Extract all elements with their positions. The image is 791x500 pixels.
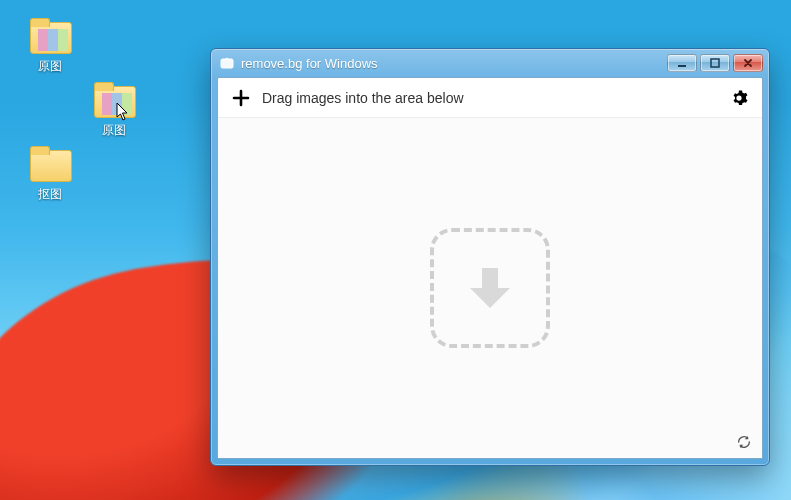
gear-icon — [730, 89, 748, 107]
app-icon — [219, 55, 235, 71]
window-title: remove.bg for Windows — [241, 56, 667, 71]
desktop-icon-label: 原图 — [88, 122, 140, 139]
toolbar-hint-text: Drag images into the area below — [262, 90, 728, 106]
desktop-icon-label: 原图 — [24, 58, 76, 75]
desktop-folder-原图-1[interactable]: 原图 — [24, 18, 76, 75]
folder-icon — [28, 18, 72, 54]
drop-zone[interactable] — [218, 118, 762, 458]
folder-icon — [28, 146, 72, 182]
toolbar: Drag images into the area below — [218, 78, 762, 118]
desktop: 原图 原图 抠图 remove.bg for Windows — [0, 0, 791, 500]
desktop-folder-原图-2[interactable]: 原图 — [88, 82, 140, 139]
refresh-button[interactable] — [734, 432, 754, 452]
svg-rect-0 — [221, 59, 233, 68]
desktop-icon-label: 抠图 — [24, 186, 76, 203]
window-controls — [667, 54, 763, 72]
plus-icon — [232, 89, 250, 107]
maximize-button[interactable] — [700, 54, 730, 72]
svg-rect-3 — [711, 59, 719, 67]
add-images-button[interactable] — [230, 87, 252, 109]
app-window: remove.bg for Windows — [210, 48, 770, 466]
titlebar[interactable]: remove.bg for Windows — [211, 49, 769, 77]
window-client-area: Drag images into the area below — [217, 77, 763, 459]
close-button[interactable] — [733, 54, 763, 72]
folder-icon — [92, 82, 136, 118]
drop-target-outline — [430, 228, 550, 348]
desktop-folder-抠图[interactable]: 抠图 — [24, 146, 76, 203]
arrow-down-icon — [462, 260, 518, 316]
minimize-button[interactable] — [667, 54, 697, 72]
settings-button[interactable] — [728, 87, 750, 109]
refresh-icon — [736, 434, 752, 450]
svg-rect-2 — [678, 65, 686, 67]
